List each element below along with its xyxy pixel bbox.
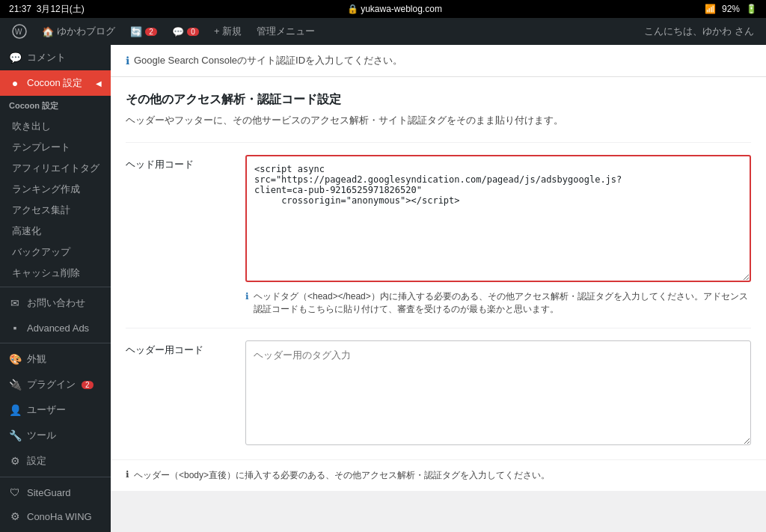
battery: 92% bbox=[722, 4, 740, 14]
settings-icon: ⚙ bbox=[9, 455, 21, 467]
status-icons: 📶 92% 🔋 bbox=[705, 4, 757, 14]
conoha-icon: ⚙ bbox=[9, 510, 21, 522]
main-content: ℹ Google Search Consoleのサイト認証IDを入力してください… bbox=[111, 45, 766, 532]
time-date: 21:37 3月12日(土) bbox=[9, 3, 85, 16]
header-code-control bbox=[245, 340, 751, 447]
header-code-label: ヘッダー用コード bbox=[126, 340, 245, 357]
bottom-notice-text: ヘッダー（<body>直後）に挿入する必要のある、その他アクセス解析・認証タグを… bbox=[134, 469, 550, 482]
settings-section: その他のアクセス解析・認証コード設定 ヘッダーやフッターに、その他サービスのアク… bbox=[111, 77, 766, 459]
bottom-notice-icon: ℹ bbox=[126, 469, 129, 480]
sidebar-sub-template[interactable]: テンプレート bbox=[0, 137, 111, 158]
sidebar-item-appearance[interactable]: 🎨 外観 bbox=[0, 346, 111, 372]
wifi-icon: 📶 bbox=[705, 4, 716, 14]
sidebar-sub-cache[interactable]: キャッシュ削除 bbox=[0, 263, 111, 284]
notice-info-icon: ℹ bbox=[126, 55, 129, 67]
users-icon: 👤 bbox=[9, 404, 21, 416]
site-url: 🔒 yukawa-weblog.com bbox=[347, 4, 442, 14]
sidebar-item-plugins[interactable]: 🔌 プラグイン 2 bbox=[0, 372, 111, 397]
comment-icon: 💬 bbox=[9, 52, 21, 64]
sidebar-item-users[interactable]: 👤 ユーザー bbox=[0, 397, 111, 423]
tools-icon: 🔧 bbox=[9, 429, 21, 441]
head-code-textarea[interactable]: <script async src="https://pagead2.googl… bbox=[245, 155, 751, 282]
bottom-notice: ℹ ヘッダー（<body>直後）に挿入する必要のある、その他アクセス解析・認証タ… bbox=[111, 459, 766, 491]
appearance-icon: 🎨 bbox=[9, 353, 21, 365]
sidebar-sub-speed[interactable]: 高速化 bbox=[0, 221, 111, 242]
sidebar-item-conoha[interactable]: ⚙ ConoHa WING bbox=[0, 504, 111, 528]
new-item[interactable]: + 新規 bbox=[208, 18, 248, 45]
header-code-textarea[interactable] bbox=[245, 340, 751, 445]
siteguard-icon: 🛡 bbox=[9, 486, 21, 498]
section-desc: ヘッダーやフッターに、その他サービスのアクセス解析・サイト認証タグをそのまま貼り… bbox=[126, 114, 751, 127]
admin-bar: W 🏠 ゆかわブログ 🔄 2 💬 0 + 新規 管理メニュー こんにちは、ゆかわ… bbox=[0, 18, 766, 45]
top-notice-bar: ℹ Google Search Consoleのサイト認証IDを入力してください… bbox=[111, 45, 766, 77]
header-code-row: ヘッダー用コード bbox=[126, 328, 751, 459]
battery-icon: 🔋 bbox=[746, 4, 757, 14]
sidebar-item-advanced-ads[interactable]: ▪ Advanced Ads bbox=[0, 316, 111, 340]
sidebar-item-cocoon[interactable]: ● Cocoon 設定 bbox=[0, 70, 111, 96]
sidebar-item-settings[interactable]: ⚙ 設定 bbox=[0, 448, 111, 474]
site-name-item[interactable]: 🏠 ゆかわブログ bbox=[36, 18, 121, 45]
sidebar-sub-backup[interactable]: バックアップ bbox=[0, 242, 111, 263]
ads-icon: ▪ bbox=[9, 322, 21, 334]
head-code-control: <script async src="https://pagead2.googl… bbox=[245, 155, 751, 316]
cocoon-icon: ● bbox=[9, 77, 21, 89]
sidebar-divider-3 bbox=[0, 477, 111, 477]
cocoon-section-header: Cocoon 設定 bbox=[0, 96, 111, 116]
sidebar-item-backwpup[interactable]: ⊙ BackWPup bbox=[0, 528, 111, 532]
sidebar-item-contact[interactable]: ✉ お問い合わせ bbox=[0, 290, 111, 316]
sidebar-item-comment[interactable]: 💬 コメント bbox=[0, 45, 111, 70]
sidebar-sub-blurb[interactable]: 吹き出し bbox=[0, 116, 111, 137]
notice-text: Google Search Consoleのサイト認証IDを入力してください。 bbox=[134, 54, 402, 67]
manage-menu-item[interactable]: 管理メニュー bbox=[251, 18, 321, 45]
comments-item[interactable]: 💬 0 bbox=[166, 18, 205, 45]
sidebar-item-siteguard[interactable]: 🛡 SiteGuard bbox=[0, 480, 111, 504]
svg-text:W: W bbox=[15, 28, 22, 36]
head-help-icon: ℹ bbox=[245, 291, 249, 302]
sidebar-sub-affiliate[interactable]: アフィリエイトタグ bbox=[0, 158, 111, 179]
section-title: その他のアクセス解析・認証コード設定 bbox=[126, 92, 751, 108]
status-bar: 21:37 3月12日(土) 🔒 yukawa-weblog.com 📶 92%… bbox=[0, 0, 766, 18]
sidebar-divider-1 bbox=[0, 287, 111, 287]
wp-logo-item[interactable]: W bbox=[6, 18, 33, 45]
sidebar-sub-access[interactable]: アクセス集計 bbox=[0, 200, 111, 221]
greeting: こんにちは、ゆかわ さん bbox=[644, 25, 760, 38]
sidebar-divider-2 bbox=[0, 343, 111, 343]
sidebar: 💬 コメント ● Cocoon 設定 Cocoon 設定 吹き出し テンプレート… bbox=[0, 45, 111, 532]
head-code-label: ヘッド用コード bbox=[126, 155, 245, 171]
contact-icon: ✉ bbox=[9, 297, 21, 309]
sidebar-item-tools[interactable]: 🔧 ツール bbox=[0, 423, 111, 448]
sidebar-sub-ranking[interactable]: ランキング作成 bbox=[0, 179, 111, 200]
head-code-row: ヘッド用コード <script async src="https://pagea… bbox=[126, 142, 751, 328]
head-code-help: ℹ ヘッドタグ（<head></head>）内に挿入する必要のある、その他アクセ… bbox=[245, 290, 751, 316]
updates-item[interactable]: 🔄 2 bbox=[124, 18, 163, 45]
plugins-icon: 🔌 bbox=[9, 379, 21, 391]
